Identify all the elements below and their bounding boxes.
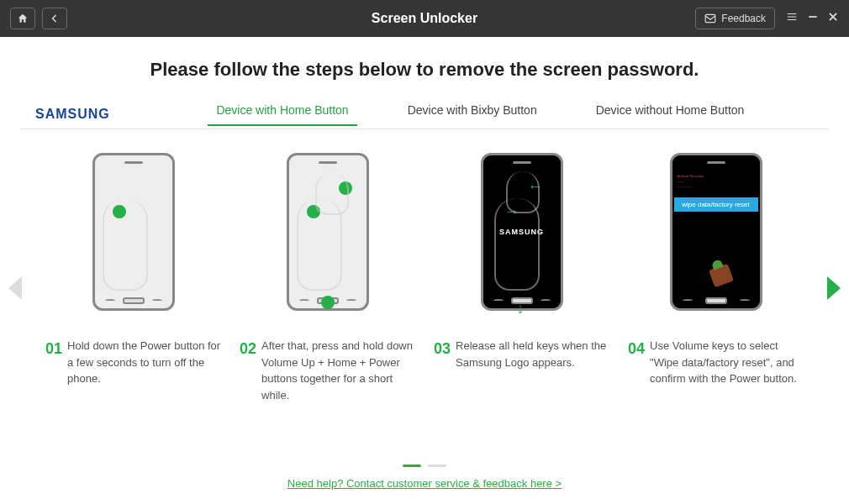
step-2-illustration [287, 153, 369, 329]
minimize-button[interactable] [807, 11, 819, 26]
content: Please follow the steps below to remove … [0, 37, 849, 504]
step-4: Android Recovery———— —— wipe data/factor… [626, 153, 805, 403]
close-icon [827, 11, 839, 23]
step-3-num: 03 [434, 338, 451, 370]
close-button[interactable] [827, 11, 839, 26]
page-dot-2[interactable] [428, 465, 446, 467]
window-title: Screen Unlocker [372, 11, 477, 26]
svg-rect-0 [705, 14, 715, 22]
titlebar: Screen Unlocker Feedback [0, 0, 849, 37]
home-icon [17, 13, 29, 24]
menu-button[interactable] [785, 11, 799, 26]
step-4-illustration: Android Recovery———— —— wipe data/factor… [670, 153, 762, 329]
recovery-text-icon: Android Recovery———— —— [678, 174, 704, 189]
hand-icon [103, 198, 148, 291]
android-robot-icon [708, 264, 733, 288]
phone-icon: Android Recovery———— —— wipe data/factor… [670, 153, 762, 311]
tab-home-button[interactable]: Device with Home Button [216, 103, 348, 125]
arrow-down-icon: ↓ [517, 300, 525, 318]
hand-right-icon [297, 198, 342, 291]
tabbar: SAMSUNG Device with Home Button Device w… [20, 99, 829, 129]
home-indicator [321, 296, 335, 309]
menu-icon [785, 11, 799, 23]
step-1-num: 01 [45, 338, 62, 387]
steps-row: 01 Hold down the Power button for a few … [20, 153, 829, 403]
back-button[interactable] [42, 8, 67, 29]
chevron-left-icon [50, 13, 60, 24]
wipe-data-option: wipe data/factory reset [674, 197, 758, 212]
step-4-num: 04 [628, 338, 645, 387]
step-2-text: After that, press and hold down Volume U… [261, 338, 415, 403]
step-1-text: Hold down the Power button for a few sec… [67, 338, 221, 387]
home-button[interactable] [10, 8, 35, 29]
feedback-label: Feedback [721, 13, 766, 24]
step-3-text: Release all held keys when the Samsung L… [456, 338, 609, 370]
minimize-icon [807, 11, 819, 23]
step-3-illustration: SAMSUNG ← → ↓ [481, 153, 563, 329]
mail-icon [704, 13, 716, 24]
tab-bixby-button[interactable]: Device with Bixby Button [408, 103, 537, 125]
step-3: SAMSUNG ← → ↓ 03 Release all held keys w… [432, 153, 611, 403]
pagination [0, 465, 849, 467]
feedback-button[interactable]: Feedback [695, 8, 775, 29]
next-page-button[interactable] [827, 276, 841, 300]
page-dot-1[interactable] [403, 465, 421, 467]
brand-logo: SAMSUNG [35, 107, 110, 122]
step-4-text: Use Volume keys to select "Wipe data/fac… [650, 338, 804, 387]
tab-no-home-button[interactable]: Device without Home Button [596, 103, 745, 125]
step-1: 01 Hold down the Power button for a few … [44, 153, 223, 403]
prev-page-button[interactable] [8, 276, 22, 300]
hand-right-icon [494, 198, 540, 291]
help-link[interactable]: Need help? Contact customer service & fe… [287, 477, 562, 490]
footer: Need help? Contact customer service & fe… [0, 465, 849, 491]
page-heading: Please follow the steps below to remove … [20, 59, 829, 81]
step-2: 02 After that, press and hold down Volum… [238, 153, 417, 403]
step-1-illustration [92, 153, 175, 329]
step-2-num: 02 [240, 338, 256, 403]
